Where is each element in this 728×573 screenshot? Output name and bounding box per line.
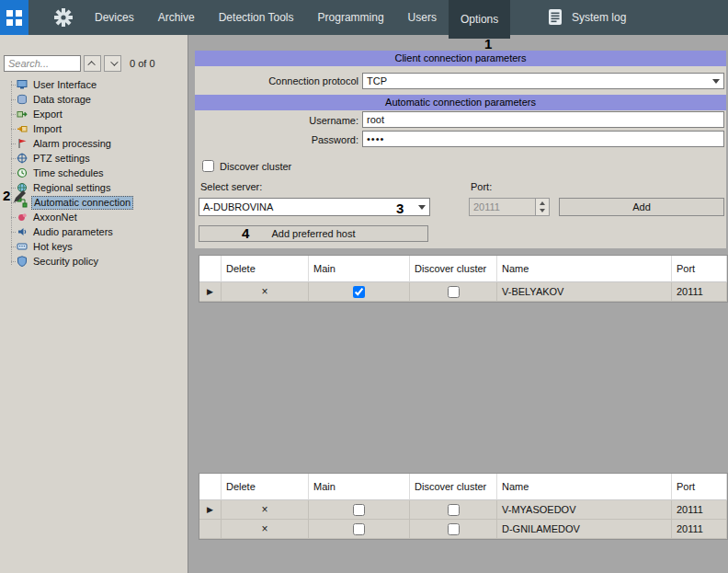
annotation-pencil-icon	[12, 189, 27, 204]
clock-icon	[17, 167, 28, 178]
import-icon	[17, 123, 28, 134]
sidebar-item-security-policy[interactable]: Security policy	[0, 254, 188, 269]
discover-cluster-checkbox[interactable]	[448, 523, 460, 535]
ptz-crosshair-icon	[17, 153, 28, 164]
select-server-label: Select server:	[200, 181, 262, 192]
connection-protocol-value: TCP	[367, 75, 387, 86]
shield-icon	[17, 256, 28, 267]
port-label: Port:	[471, 181, 492, 192]
column-delete: Delete	[222, 474, 309, 500]
chevron-down-icon	[712, 79, 720, 84]
system-log-icon	[548, 8, 563, 27]
host-port-cell: 20111	[672, 282, 727, 302]
column-delete: Delete	[222, 256, 309, 282]
main-checkbox[interactable]	[353, 504, 365, 516]
discover-cluster-checkbox[interactable]	[448, 504, 460, 516]
search-bar: 0 of 0	[4, 55, 155, 72]
sidebar-item-user-interface[interactable]: User Interface	[0, 77, 188, 92]
main-cell	[309, 500, 410, 520]
discover-cluster-checkbox[interactable]	[202, 160, 214, 172]
annotation-step-3: 3	[396, 201, 404, 215]
main-checkbox[interactable]	[353, 523, 365, 535]
discover-cluster-option: Discover cluster	[202, 160, 291, 172]
sidebar-item-audio-parameters[interactable]: Audio parameters	[0, 224, 188, 239]
host-port-cell: 20111	[672, 520, 727, 539]
search-prev-button[interactable]	[84, 55, 101, 72]
annotation-step-2: 2	[3, 189, 10, 202]
storage-icon	[17, 94, 28, 105]
app-grid-icon	[6, 10, 22, 26]
discover-cluster-checkbox[interactable]	[448, 286, 460, 298]
connection-protocol-label: Connection protocol	[268, 75, 358, 86]
column-name: Name	[497, 474, 672, 500]
spinner-down-icon	[540, 209, 545, 212]
speaker-icon	[17, 226, 28, 237]
system-log-label: System log	[572, 11, 626, 24]
username-label: Username:	[309, 115, 358, 126]
column-main: Main	[309, 256, 410, 282]
row-selector-icon: ▶	[207, 287, 213, 296]
column-port: Port	[672, 256, 727, 282]
port-input[interactable]: 20111	[469, 198, 550, 216]
tab-users[interactable]: Users	[396, 0, 449, 35]
main-cell	[309, 520, 410, 539]
host-name-cell: D-GNILAMEDOV	[497, 520, 672, 539]
tab-programming[interactable]: Programming	[306, 0, 396, 35]
search-result-count: 0 of 0	[130, 58, 155, 69]
delete-row-button[interactable]: ×	[222, 500, 309, 520]
sidebar-item-automatic-connection[interactable]: Automatic connection	[0, 195, 188, 210]
password-label: Password:	[312, 134, 358, 145]
host-port-cell: 20111	[672, 500, 727, 520]
main-checkbox[interactable]	[353, 286, 365, 298]
column-selector	[199, 256, 222, 282]
automatic-connection-header: Automatic connection parameters	[195, 95, 726, 110]
system-log-button[interactable]: System log	[548, 0, 626, 35]
sidebar-item-export[interactable]: Export	[0, 107, 188, 121]
sidebar-item-data-storage[interactable]: Data storage	[0, 92, 188, 107]
column-discover-cluster: Discover cluster	[410, 256, 497, 282]
toolbar-tabs: Devices Archive Detection Tools Programm…	[83, 0, 510, 35]
sidebar-item-time-schedules[interactable]: Time schedules	[0, 166, 188, 180]
monitor-icon	[17, 79, 28, 90]
discover-cluster-cell	[410, 282, 497, 302]
servers-table: Delete Main Discover cluster Name Port ▶…	[199, 473, 728, 540]
port-spinner-buttons[interactable]	[535, 199, 549, 215]
tab-devices[interactable]: Devices	[83, 0, 146, 35]
server-select-value: A-DUBROVINA	[203, 201, 273, 212]
row-selector-cell[interactable]	[199, 520, 222, 539]
search-input[interactable]	[4, 55, 81, 72]
column-discover-cluster: Discover cluster	[410, 474, 497, 500]
chevron-down-icon	[110, 58, 118, 65]
tab-options[interactable]: Options	[449, 0, 510, 39]
username-field[interactable]: root	[362, 111, 724, 128]
sidebar-item-axxonnet[interactable]: AxxonNet	[0, 210, 188, 224]
row-selector-cell[interactable]: ▶	[199, 500, 222, 520]
sidebar: 0 of 0 User Interface Data storage Expor…	[0, 35, 188, 573]
delete-row-button[interactable]: ×	[222, 520, 309, 539]
delete-row-button[interactable]: ×	[222, 282, 309, 302]
add-preferred-host-button[interactable]: Add preferred host	[199, 225, 428, 242]
sidebar-item-import[interactable]: Import	[0, 121, 188, 136]
discover-cluster-cell	[410, 500, 497, 520]
chevron-down-icon	[418, 205, 426, 210]
password-field[interactable]: ••••	[362, 131, 724, 147]
chevron-up-icon	[87, 61, 95, 68]
tab-detection-tools[interactable]: Detection Tools	[207, 0, 306, 35]
app-menu-button[interactable]	[0, 0, 28, 35]
sidebar-item-ptz-settings[interactable]: PTZ settings	[0, 151, 188, 166]
alarm-flag-icon	[17, 138, 28, 149]
app-window: Devices Archive Detection Tools Programm…	[0, 0, 728, 573]
tab-archive[interactable]: Archive	[146, 0, 207, 35]
search-next-button[interactable]	[104, 55, 121, 72]
row-selector-cell[interactable]: ▶	[199, 282, 222, 302]
toolbar: Devices Archive Detection Tools Programm…	[0, 0, 728, 35]
connection-protocol-select[interactable]: TCP	[362, 73, 724, 89]
column-main: Main	[309, 474, 410, 500]
sidebar-item-alarm-processing[interactable]: Alarm processing	[0, 136, 188, 151]
add-button[interactable]: Add	[559, 198, 724, 216]
discover-cluster-cell	[410, 520, 497, 539]
sidebar-item-hot-keys[interactable]: Hot keys	[0, 239, 188, 254]
column-port: Port	[672, 474, 727, 500]
sidebar-item-regional-settings[interactable]: Regional settings	[0, 180, 188, 195]
settings-gear-button[interactable]	[48, 0, 79, 35]
